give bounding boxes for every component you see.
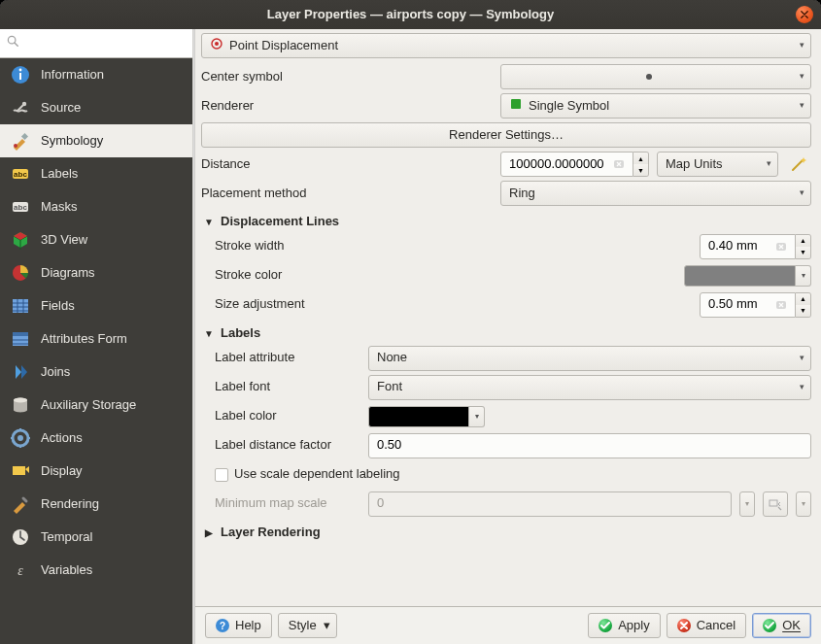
style-button[interactable]: Style ▾ bbox=[278, 613, 337, 638]
label-distance-factor-input[interactable] bbox=[375, 436, 804, 455]
titlebar[interactable]: Layer Properties — airports copy — Symbo… bbox=[0, 0, 821, 29]
size-adjustment-label: Size adjustment bbox=[215, 296, 692, 313]
label-color-button[interactable] bbox=[368, 406, 469, 427]
label-attribute-combo[interactable]: None ▾ bbox=[368, 346, 811, 371]
svg-rect-32 bbox=[770, 500, 777, 506]
svg-point-7 bbox=[14, 144, 17, 148]
center-symbol-label: Center symbol bbox=[201, 69, 493, 85]
sidebar: InformationSourceSymbologyabcLabelsabcMa… bbox=[0, 58, 192, 644]
sidebar-item-attributes-form[interactable]: Attributes Form bbox=[0, 322, 192, 356]
close-icon[interactable] bbox=[796, 6, 813, 23]
label-font-button[interactable]: Font ▾ bbox=[368, 375, 811, 400]
svg-text:abc: abc bbox=[14, 203, 27, 212]
chevron-down-icon: ▾ bbox=[800, 71, 804, 83]
sidebar-item-source[interactable]: Source bbox=[0, 91, 192, 124]
sidebar-item-label: Temporal bbox=[41, 529, 92, 546]
sidebar-item-rendering[interactable]: Rendering bbox=[0, 488, 192, 521]
svg-rect-6 bbox=[21, 133, 28, 140]
size-adjustment-field[interactable] bbox=[700, 292, 796, 318]
label-distance-factor-field[interactable] bbox=[368, 433, 811, 458]
help-icon: ? bbox=[216, 619, 229, 632]
stroke-width-field[interactable] bbox=[700, 234, 796, 259]
sidebar-item-label: Information bbox=[41, 67, 104, 84]
sidebar-item-masks[interactable]: abcMasks bbox=[0, 190, 192, 223]
label-distance-factor-label: Label distance factor bbox=[215, 437, 360, 454]
svg-point-26 bbox=[215, 42, 219, 46]
apply-button[interactable]: Apply bbox=[588, 613, 661, 638]
ok-button[interactable]: OK bbox=[752, 613, 811, 638]
renderer-settings-button[interactable]: Renderer Settings… bbox=[201, 122, 811, 148]
chevron-down-icon: ▾ bbox=[800, 382, 804, 393]
sidebar-item-3d-view[interactable]: 3D View bbox=[0, 223, 192, 256]
sidebar-item-temporal[interactable]: Temporal bbox=[0, 521, 192, 554]
masks-icon: abc bbox=[10, 196, 31, 218]
distance-spinner[interactable]: ▲▼ bbox=[633, 152, 649, 177]
label-attribute-label: Label attribute bbox=[215, 350, 360, 366]
svg-rect-27 bbox=[511, 99, 521, 109]
label-attribute-value: None bbox=[377, 350, 407, 366]
scale-dependent-label: Use scale dependent labeling bbox=[234, 466, 400, 483]
distance-field[interactable] bbox=[500, 152, 633, 177]
cancel-label: Cancel bbox=[697, 618, 735, 634]
layer-rendering-section[interactable]: ▶ Layer Rendering bbox=[201, 519, 811, 543]
window-title: Layer Properties — airports copy — Symbo… bbox=[267, 7, 554, 23]
clear-icon[interactable] bbox=[773, 239, 789, 254]
sidebar-item-label: Joins bbox=[41, 364, 70, 381]
sidebar-item-information[interactable]: Information bbox=[0, 58, 192, 91]
chevron-down-icon: ▾ bbox=[767, 158, 771, 170]
svg-line-29 bbox=[793, 160, 803, 170]
scale-dependent-checkbox[interactable]: Use scale dependent labeling bbox=[215, 466, 400, 483]
sidebar-item-label: Display bbox=[41, 463, 83, 480]
sidebar-item-labels[interactable]: abcLabels bbox=[0, 157, 192, 190]
distance-input[interactable] bbox=[507, 155, 607, 174]
stroke-width-spinner[interactable]: ▲▼ bbox=[796, 234, 811, 259]
min-map-scale-dropdown: ▾ bbox=[739, 491, 755, 517]
sidebar-item-diagrams[interactable]: Diagrams bbox=[0, 256, 192, 289]
labels-section[interactable]: ▼ Labels bbox=[201, 320, 811, 344]
distance-unit-combo[interactable]: Map Units ▾ bbox=[657, 152, 778, 177]
sidebar-item-label: Actions bbox=[41, 430, 83, 447]
renderer-combo[interactable]: Single Symbol ▾ bbox=[500, 93, 811, 119]
displacement-lines-section[interactable]: ▼ Displacement Lines bbox=[201, 208, 811, 232]
sidebar-item-actions[interactable]: Actions bbox=[0, 422, 192, 455]
size-adjustment-spinner[interactable]: ▲▼ bbox=[796, 292, 811, 318]
ok-label: OK bbox=[782, 618, 801, 634]
stroke-color-button[interactable] bbox=[684, 265, 796, 287]
min-map-scale-field bbox=[368, 491, 732, 517]
center-symbol-button[interactable]: ▾ bbox=[500, 64, 811, 89]
sidebar-item-fields[interactable]: Fields bbox=[0, 289, 192, 322]
clear-icon[interactable] bbox=[773, 297, 789, 313]
symbology-type-combo[interactable]: Point Displacement ▾ bbox=[201, 33, 811, 58]
search-input[interactable] bbox=[25, 34, 192, 52]
point-displacement-icon bbox=[210, 37, 223, 55]
collapse-icon: ▼ bbox=[203, 216, 215, 228]
stroke-width-input[interactable] bbox=[706, 237, 770, 255]
sidebar-item-variables[interactable]: εVariables bbox=[0, 554, 192, 587]
sidebar-item-auxiliary-storage[interactable]: Auxiliary Storage bbox=[0, 389, 192, 422]
label-color-dropdown[interactable]: ▾ bbox=[469, 406, 485, 427]
placement-value: Ring bbox=[509, 186, 535, 202]
renderer-settings-label: Renderer Settings… bbox=[449, 127, 564, 144]
sidebar-item-symbology[interactable]: Symbology bbox=[0, 124, 192, 157]
min-map-scale-override-button bbox=[763, 491, 788, 517]
cancel-button[interactable]: Cancel bbox=[667, 613, 746, 638]
labels-icon: abc bbox=[10, 163, 31, 185]
cancel-icon bbox=[677, 619, 691, 632]
rendering-icon bbox=[10, 493, 31, 515]
label-font-value: Font bbox=[377, 379, 402, 395]
placement-combo[interactable]: Ring ▾ bbox=[500, 181, 811, 206]
symbology-icon bbox=[10, 130, 31, 152]
stroke-color-label: Stroke color bbox=[215, 267, 676, 284]
svg-text:ε: ε bbox=[17, 563, 23, 578]
clear-icon[interactable] bbox=[611, 156, 627, 172]
sidebar-item-joins[interactable]: Joins bbox=[0, 356, 192, 389]
help-button[interactable]: ? Help bbox=[205, 613, 272, 638]
sidebar-search[interactable] bbox=[0, 29, 192, 58]
data-defined-override-button[interactable] bbox=[786, 152, 811, 177]
size-adjustment-input[interactable] bbox=[706, 295, 770, 314]
displacement-lines-title: Displacement Lines bbox=[221, 214, 339, 230]
search-icon bbox=[6, 34, 19, 52]
sidebar-item-display[interactable]: Display bbox=[0, 455, 192, 488]
svg-rect-3 bbox=[19, 73, 21, 80]
stroke-color-dropdown[interactable]: ▾ bbox=[796, 265, 811, 287]
